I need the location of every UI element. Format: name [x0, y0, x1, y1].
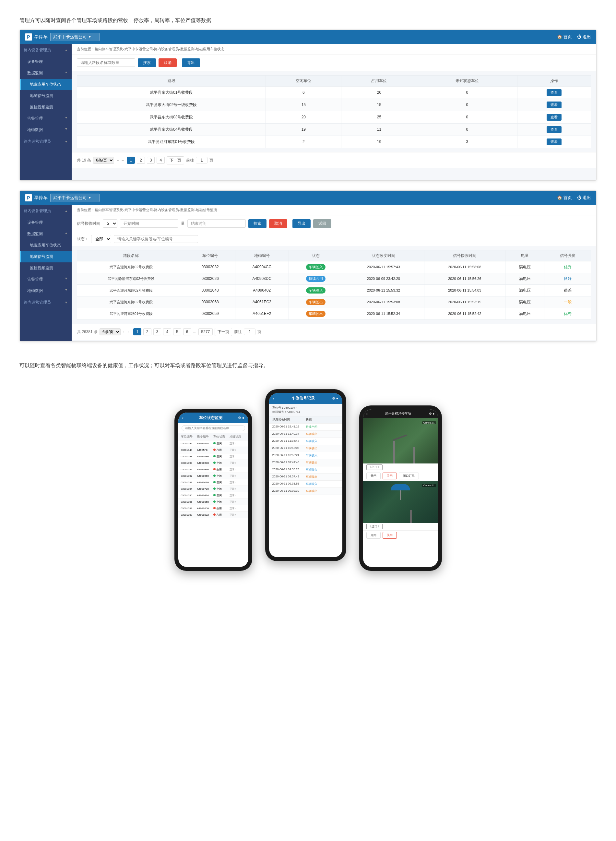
- panel2-sidebar-camera[interactable]: 监控视频监测: [20, 263, 72, 274]
- page-btn-3[interactable]: 3: [147, 157, 155, 164]
- panel2-company[interactable]: 武平中卡运营公司 ▼: [50, 194, 100, 202]
- panel2-sidebar-signal[interactable]: 地磁信号监测: [20, 251, 72, 263]
- page-btn-2[interactable]: 2: [137, 157, 145, 164]
- sidebar-item-magnet-data[interactable]: 地磁数据 ▼: [20, 124, 72, 136]
- sidebar-section-2[interactable]: 路内运营管理员 ▼: [20, 136, 72, 148]
- list-item[interactable]: 03001053 A4090630 空闲 正常 ›: [178, 479, 248, 486]
- panel2-main: 当前位置：路内停车管理系统-武平中卡运营公司-路内设备管理员-数据监测-地磁信号…: [72, 205, 596, 341]
- list-item[interactable]: 03001050 A4090698 空闲 正常 ›: [178, 460, 248, 467]
- panel2-page-5[interactable]: 5: [173, 328, 181, 335]
- panel2-page-next[interactable]: 下一页: [215, 328, 232, 336]
- panel2-page-last[interactable]: 5277: [198, 328, 213, 335]
- panel2-sidebar-magnet[interactable]: 地磁数据 ▼: [20, 285, 72, 296]
- phone1-rows: 03001047 A4090714 空闲 正常 › 03001048 A4905…: [178, 440, 248, 518]
- phone1-table-header: 车位编号 设备编号 车位状态 地磁状态: [178, 433, 248, 440]
- panel2-page-2[interactable]: 2: [143, 328, 151, 335]
- list-item[interactable]: 03001051 A4090836 占用 正常 ›: [178, 467, 248, 473]
- panel1-reset-button[interactable]: 取消: [158, 59, 177, 67]
- panel1-search-button[interactable]: 搜索: [138, 59, 156, 67]
- panel2-page-4[interactable]: 4: [163, 328, 171, 335]
- panel2-search-btn[interactable]: 搜索: [248, 219, 267, 228]
- company-selector[interactable]: 武平中卡运营公司 ▼: [50, 33, 100, 41]
- phone2-back-icon[interactable]: ‹: [273, 396, 274, 401]
- start-time-input[interactable]: [120, 219, 178, 227]
- phone3-device: ‹ 武平县棉洋停车场 ⚙ ● Camera 01: [359, 405, 442, 571]
- list-item: 2020-06-11 10:50:24 车辆驶入: [269, 452, 342, 459]
- panel2-home-nav[interactable]: 🏠 首页: [557, 195, 572, 201]
- cell-free: 2: [266, 136, 342, 148]
- list-item[interactable]: 03001057 A4090200 占用 正常 ›: [178, 505, 248, 512]
- panel2-sidebar-alarm[interactable]: 告警管理 ▼: [20, 274, 72, 285]
- panel2-export-btn[interactable]: 导出: [292, 219, 311, 228]
- panel2-page-3[interactable]: 3: [153, 328, 161, 335]
- logo-area: P 享停车: [25, 34, 48, 41]
- phone1-device-status: 正常 ›: [230, 513, 246, 517]
- view-button[interactable]: 查看: [547, 89, 562, 96]
- sidebar-item-signal[interactable]: 地磁信号监测: [20, 90, 72, 101]
- sidebar-section-1[interactable]: 路内设备管理员 ▲: [20, 44, 72, 56]
- list-item[interactable]: 03001054 A4090720 空闲 正常 ›: [178, 486, 248, 492]
- page-btn-1[interactable]: 1: [127, 157, 135, 164]
- panel2-page-6[interactable]: 6: [183, 328, 191, 335]
- phone2-time: 2020-06-11 09:33:55: [272, 482, 306, 486]
- sidebar-item-equipment[interactable]: 设备管理: [20, 56, 72, 68]
- status-select[interactable]: 全部: [91, 235, 111, 243]
- cell-free: 20: [266, 111, 342, 123]
- exit-close-btn[interactable]: 关闸: [383, 473, 397, 479]
- panel2-back-btn[interactable]: 返回: [313, 219, 331, 228]
- panel1-toolbar: 搜索 取消 导出: [72, 54, 596, 71]
- panel1-export-button[interactable]: 导出: [182, 59, 200, 67]
- phone2-status: 车辆驶入: [306, 454, 339, 458]
- list-item[interactable]: 03001056 A4090358 空闲 正常 ›: [178, 499, 248, 505]
- phone1-search-input[interactable]: [182, 425, 245, 431]
- panel2-sidebar-space[interactable]: 地磁应用车位状态: [20, 240, 72, 251]
- entrance-open-btn[interactable]: 开闸: [367, 532, 381, 539]
- panel2-sidebar-section-2[interactable]: 路内运营管理员 ▼: [20, 296, 72, 308]
- panel2-sidebar-data[interactable]: 数据监测 ▲: [20, 228, 72, 240]
- view-button[interactable]: 查看: [547, 138, 562, 145]
- page-btn-next[interactable]: 下一页: [167, 156, 184, 164]
- phone3-back-icon[interactable]: ‹: [367, 411, 368, 416]
- panel1-page-size[interactable]: 6条/页: [93, 157, 114, 164]
- view-button[interactable]: 查看: [547, 101, 562, 108]
- phone1-status: 空闲: [213, 481, 230, 484]
- signal-compare-select[interactable]: ≥≤: [103, 219, 117, 227]
- cell2-road: 武平县静沿河东路02号收费段: [77, 273, 185, 285]
- panel2-sidebar-equipment[interactable]: 设备管理: [20, 217, 72, 228]
- sidebar-item-camera[interactable]: 监控视频监测: [20, 101, 72, 113]
- page-btn-4[interactable]: 4: [157, 157, 165, 164]
- list-item[interactable]: 03001055 A4090414 空闲 正常 ›: [178, 492, 248, 499]
- col-unknown: 未知状态车位: [417, 75, 518, 86]
- panel1-page-input[interactable]: [196, 157, 207, 163]
- panel2-page-size[interactable]: 6条/页: [100, 328, 120, 335]
- list-item[interactable]: 03001058 A4090222 占用 正常 ›: [178, 512, 248, 518]
- panel2-sidebar-section-1[interactable]: 路内设备管理员 ▲: [20, 205, 72, 217]
- logout-nav[interactable]: ⏻ 退出: [577, 34, 591, 40]
- sidebar-item-data[interactable]: 数据监测 ▲: [20, 68, 72, 79]
- sidebar-item-space-status[interactable]: 地磁应用车位状态: [20, 79, 72, 90]
- cell2-power: 满电压: [506, 296, 544, 308]
- view-button[interactable]: 查看: [547, 126, 562, 133]
- list-item[interactable]: 03001052 A4090660 空闲 正常 ›: [178, 473, 248, 479]
- sidebar-item-alarm[interactable]: 告警管理 ▼: [20, 113, 72, 124]
- cell2-road: 武平县迎河东路02号收费段: [77, 285, 185, 296]
- exit-order-btn[interactable]: 闸口订单: [399, 473, 419, 479]
- entrance-close-btn[interactable]: 关闸: [383, 532, 397, 539]
- phone1-back-icon[interactable]: ‹: [182, 415, 184, 420]
- panel2-ellipsis: ...: [193, 330, 197, 334]
- cell-free: 15: [266, 98, 342, 111]
- exit-open-btn[interactable]: 开闸: [367, 473, 381, 479]
- list-item[interactable]: 03001047 A4090714 空闲 正常 ›: [178, 440, 248, 447]
- view-button[interactable]: 查看: [547, 114, 562, 121]
- list-item[interactable]: 03001049 A4090796 空闲 正常 ›: [178, 454, 248, 460]
- home-nav[interactable]: 🏠 首页: [557, 34, 572, 40]
- panel1-search-input[interactable]: [77, 59, 135, 67]
- panel2-reset-btn[interactable]: 取消: [269, 219, 287, 228]
- list-item[interactable]: 03001048 A4905F8 占用 正常 ›: [178, 447, 248, 454]
- phone2-time: 2020-06-11 10:56:08: [272, 446, 306, 451]
- end-time-input[interactable]: [188, 219, 246, 227]
- panel2-logout-nav[interactable]: ⏻ 退出: [577, 195, 591, 201]
- panel2-page-1[interactable]: 1: [133, 328, 141, 335]
- panel2-page-input[interactable]: [244, 329, 255, 335]
- panel2-keyword-input[interactable]: [114, 235, 198, 243]
